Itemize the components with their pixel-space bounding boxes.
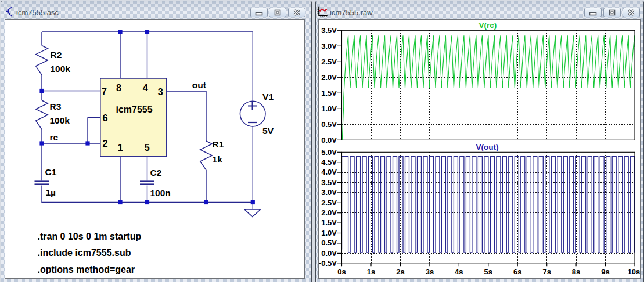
svg-text:7: 7	[102, 86, 107, 96]
svg-text:0.0V: 0.0V	[321, 249, 337, 258]
svg-text:2s: 2s	[396, 267, 404, 276]
svg-text:3.0V: 3.0V	[321, 42, 337, 50]
svg-text:0.0V: 0.0V	[321, 136, 337, 144]
svg-text:2.5V: 2.5V	[321, 198, 337, 207]
svg-text:icm7555: icm7555	[116, 104, 153, 114]
svg-text:1k: 1k	[213, 154, 223, 164]
svg-text:1s: 1s	[367, 267, 375, 276]
svg-text:2.0V: 2.0V	[321, 208, 337, 217]
svg-text:1: 1	[118, 142, 123, 153]
svg-text:2: 2	[102, 138, 107, 149]
svg-text:4.5V: 4.5V	[321, 158, 337, 167]
svg-text:C2: C2	[150, 168, 162, 178]
svg-text:0s: 0s	[337, 267, 346, 276]
svg-text:6: 6	[102, 113, 107, 123]
svg-text:100k: 100k	[51, 64, 71, 74]
svg-text:3.5V: 3.5V	[321, 26, 337, 35]
svg-text:V(out): V(out)	[476, 143, 499, 151]
svg-text:6s: 6s	[513, 267, 521, 276]
svg-text:2.0V: 2.0V	[321, 73, 337, 82]
svg-text:4.0V: 4.0V	[321, 168, 337, 176]
svg-text:R2: R2	[51, 50, 62, 60]
svg-text:4s: 4s	[455, 267, 463, 276]
svg-text:V(rc): V(rc)	[479, 21, 497, 30]
svg-text:8s: 8s	[572, 267, 580, 276]
svg-text:0.5V: 0.5V	[321, 120, 337, 129]
svg-text:9s: 9s	[601, 267, 609, 276]
svg-text:5V: 5V	[262, 126, 274, 136]
svg-text:5s: 5s	[484, 267, 492, 276]
svg-text:10s: 10s	[628, 267, 641, 276]
svg-text:1.0V: 1.0V	[321, 104, 337, 113]
svg-text:R3: R3	[50, 102, 62, 111]
svg-text:-0.5V: -0.5V	[319, 259, 337, 267]
svg-text:.tran 0 10s 0 1m startup: .tran 0 10s 0 1m startup	[38, 232, 142, 241]
svg-text:C1: C1	[45, 167, 57, 177]
svg-text:.include icm7555.sub: .include icm7555.sub	[38, 248, 131, 258]
svg-text:3.5V: 3.5V	[321, 178, 337, 187]
svg-text:rc: rc	[50, 132, 59, 142]
svg-text:3.0V: 3.0V	[321, 188, 337, 197]
svg-text:100k: 100k	[50, 115, 70, 125]
svg-text:1µ: 1µ	[46, 187, 56, 197]
svg-text:1.5V: 1.5V	[321, 89, 337, 97]
svg-text:0.5V: 0.5V	[321, 238, 337, 247]
svg-text:4: 4	[143, 82, 148, 93]
svg-text:.options method=gear: .options method=gear	[38, 265, 135, 274]
svg-text:2.5V: 2.5V	[321, 57, 337, 66]
svg-text:R1: R1	[213, 139, 224, 149]
svg-text:V1: V1	[262, 92, 274, 102]
svg-text:3: 3	[158, 86, 163, 97]
svg-text:5.0V: 5.0V	[321, 148, 337, 157]
svg-text:out: out	[192, 80, 206, 90]
svg-text:7s: 7s	[542, 267, 551, 276]
svg-text:100n: 100n	[150, 188, 171, 198]
svg-text:5: 5	[145, 142, 150, 153]
svg-text:8: 8	[116, 82, 121, 93]
svg-text:1.5V: 1.5V	[321, 218, 337, 227]
svg-text:1.0V: 1.0V	[321, 229, 337, 237]
svg-text:3s: 3s	[426, 267, 434, 276]
